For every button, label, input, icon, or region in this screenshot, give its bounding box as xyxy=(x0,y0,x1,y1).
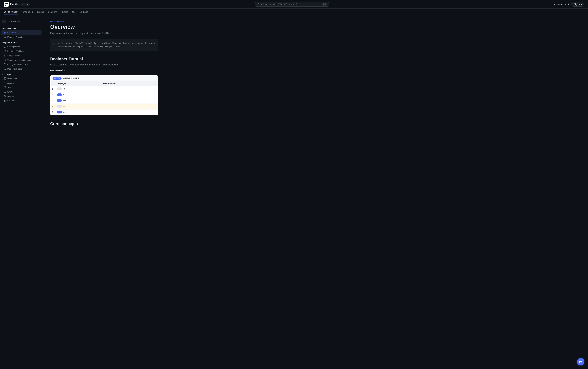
toggle-1: No xyxy=(57,88,65,90)
flatfile-logo-icon xyxy=(4,2,9,7)
svg-point-23 xyxy=(4,95,6,97)
toggle-2: Yes xyxy=(57,93,66,96)
settings-icon xyxy=(4,54,6,57)
logo-area: Flatfile xyxy=(4,2,18,7)
sidebar-item-workbooks[interactable]: Workbooks xyxy=(1,76,42,80)
main-content: Documentation Overview Explore our guide… xyxy=(43,15,165,369)
sidebar-item-actions[interactable]: Actions xyxy=(1,81,42,85)
sidebar-item-deploy[interactable]: Deploy to Flatfile xyxy=(1,67,42,71)
info-icon: i xyxy=(53,42,56,49)
sidebar: >_ API Reference Documentation Overview … xyxy=(0,15,43,369)
sidebar-item-jobs[interactable]: Jobs xyxy=(1,85,42,90)
lightning-icon xyxy=(4,82,6,84)
clock-circle-icon xyxy=(4,68,6,70)
sidebar-item-overview[interactable]: Overview xyxy=(1,30,42,35)
page-title: Overview xyxy=(50,24,158,30)
svg-text:i: i xyxy=(5,64,5,65)
nav-upgrade[interactable]: Upgrade xyxy=(80,9,88,15)
search-icon xyxy=(257,3,260,6)
nav-plugins[interactable]: Plugins xyxy=(61,9,68,15)
globe-icon xyxy=(4,31,6,34)
sidebar-item-spaces[interactable]: Spaces xyxy=(1,94,42,98)
play-circle-icon xyxy=(4,45,6,48)
sidebar-item-getting-started[interactable]: Getting started xyxy=(1,44,42,49)
api-icon: >_ xyxy=(2,20,6,23)
secondary-nav: Documentation Changelog Guides Blueprint… xyxy=(0,9,588,15)
toggle-3: Yes xyxy=(57,99,66,102)
badge-all: All 25k xyxy=(52,77,62,80)
search-input[interactable] xyxy=(261,3,321,6)
svg-text:i: i xyxy=(5,51,5,52)
clock-icon xyxy=(4,90,6,93)
table-row: 4 No xyxy=(50,103,158,109)
svg-text:i: i xyxy=(55,42,55,44)
breadcrumb: Documentation xyxy=(50,20,158,22)
chat-button[interactable] xyxy=(577,358,584,365)
svg-point-10 xyxy=(4,55,6,56)
search-shortcut: ⌘K xyxy=(322,3,327,6)
chat-icon xyxy=(579,360,582,363)
svg-marker-7 xyxy=(5,46,6,47)
sidebar-item-events[interactable]: Events xyxy=(1,90,42,94)
table-row: 5 Yes xyxy=(50,109,158,115)
sidebar-section-concepts: Concepts xyxy=(0,72,43,76)
table-preview-header: All 25k Valid 24k Invalid 1k xyxy=(50,75,158,81)
svg-rect-0 xyxy=(4,2,9,7)
box-icon xyxy=(4,86,6,89)
nav-right: Create account Sign in › xyxy=(554,2,584,7)
svg-point-11 xyxy=(5,55,5,56)
table-preview: All 25k Valid 24k Invalid 1k Employed To… xyxy=(50,75,158,115)
create-account-button[interactable]: Create account xyxy=(554,3,569,6)
svg-point-24 xyxy=(5,96,5,97)
sidebar-item-listeners[interactable]: Listeners xyxy=(1,99,42,103)
nav-documentation[interactable]: Documentation xyxy=(4,9,18,15)
sidebar-section-documentation: Documentation xyxy=(0,26,43,30)
top-nav: Flatfile latest ▾ ⌘K Create account Sign… xyxy=(0,0,588,9)
badge-invalid: Invalid 1k xyxy=(71,77,79,79)
scope-icon xyxy=(4,95,6,97)
sidebar-item-transform-validate[interactable]: $ Transform and validate data xyxy=(1,58,42,62)
logo-text: Flatfile xyxy=(10,3,18,6)
sidebar-api-reference[interactable]: >_ API Reference xyxy=(0,18,43,24)
toggle-5: Yes xyxy=(57,111,66,113)
beginner-tutorial-title: Beginner Tutorial xyxy=(50,57,158,61)
page-subtitle: Explore our guides and examples to imple… xyxy=(50,32,158,35)
table-icon xyxy=(4,77,6,80)
sidebar-section-beginner-tutorial: Beginner Tutorial xyxy=(0,40,43,44)
table-row: 3 Yes xyxy=(50,98,158,103)
col-header-total-amount: Total Amount xyxy=(101,81,158,86)
wrench-icon xyxy=(4,36,6,38)
svg-point-31 xyxy=(5,100,5,101)
col-header-employed: Employed xyxy=(55,81,101,86)
table-row: 1 No xyxy=(50,86,158,92)
beginner-tutorial-desc: Build a Workbook and apply a data transf… xyxy=(50,63,158,67)
nav-cli[interactable]: CLI xyxy=(72,9,75,15)
nav-blueprint[interactable]: Blueprint xyxy=(48,9,56,15)
svg-rect-3 xyxy=(5,5,6,6)
toggle-4: No xyxy=(57,105,65,108)
sidebar-item-example-projects[interactable]: Example Projects xyxy=(1,35,42,39)
layout: >_ API Reference Documentation Overview … xyxy=(0,15,588,369)
core-concepts-title: Core concepts xyxy=(50,121,158,126)
svg-text:$: $ xyxy=(5,60,5,61)
dollar-circle-icon: $ xyxy=(4,59,6,61)
version-badge[interactable]: latest ▾ xyxy=(21,3,30,6)
badge-valid: Valid 24k xyxy=(63,77,70,79)
info-box: i We've fine-tuned ChatGPT 4 specificall… xyxy=(50,39,158,51)
sidebar-item-setup-listener[interactable]: Setup a listener xyxy=(1,53,42,58)
info-box-text: We've fine-tuned ChatGPT 4 specifically … xyxy=(58,42,155,49)
sign-in-button[interactable]: Sign in › xyxy=(571,2,584,7)
sidebar-item-configure-submit[interactable]: i Configure a submit Action xyxy=(1,62,42,67)
search-bar[interactable]: ⌘K xyxy=(255,2,329,7)
nav-guides[interactable]: Guides xyxy=(37,9,44,15)
sidebar-item-meet-the-workbook[interactable]: i Meet the Workbook xyxy=(1,49,42,53)
table-row: 2 Yes xyxy=(50,92,158,98)
nav-changelog[interactable]: Changelog xyxy=(22,9,33,15)
info-circle-icon-workbook: i xyxy=(4,50,6,52)
info-circle-icon-submit: i xyxy=(4,63,6,66)
target-icon xyxy=(4,100,6,102)
col-header-num xyxy=(50,81,55,86)
svg-rect-1 xyxy=(5,3,6,4)
get-started-link[interactable]: Get Started → xyxy=(50,69,65,71)
svg-rect-17 xyxy=(4,78,6,79)
